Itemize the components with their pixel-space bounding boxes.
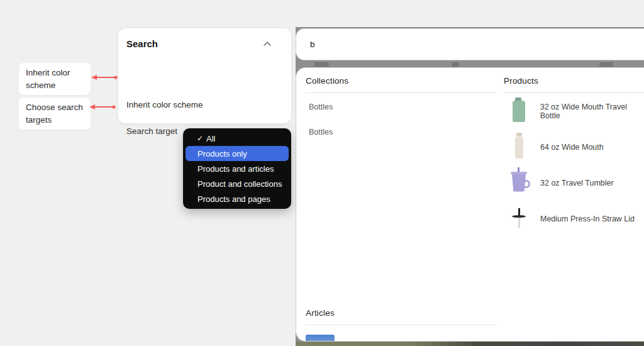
- results-left-column: Collections Bottles Bottles Articles 4 W…: [306, 68, 497, 342]
- product-title: 64 oz Wide Mouth: [540, 143, 604, 152]
- dimmed-nav-item: [314, 62, 329, 67]
- annotation-arrow-icon: [91, 74, 119, 81]
- dimmed-page-section: [296, 342, 644, 346]
- chevron-up-icon[interactable]: [263, 41, 272, 47]
- menu-item-products-only[interactable]: Products only: [186, 146, 289, 161]
- cream-bottle-thumbnail: [508, 132, 530, 162]
- panel-title: Search: [126, 38, 158, 49]
- product-result[interactable]: 64 oz Wide Mouth: [504, 129, 644, 165]
- dimmed-nav-item: [452, 62, 459, 67]
- article-thumbnail-image: [306, 335, 335, 342]
- product-title: 32 oz Travel Tumbler: [540, 179, 614, 187]
- product-result[interactable]: 32 oz Wide Mouth Travel Bottle: [504, 93, 644, 129]
- menu-item-product-and-collections[interactable]: Product and collections: [186, 176, 289, 191]
- search-target-label: Search target: [126, 126, 177, 136]
- search-target-dropdown-menu: ✓ All Products only Products and article…: [183, 128, 291, 209]
- purple-tumbler-thumbnail: [508, 168, 530, 198]
- straw-lid-thumbnail: [508, 204, 530, 234]
- product-result[interactable]: 32 oz Travel Tumbler: [504, 165, 644, 201]
- green-bottle-thumbnail: [508, 96, 530, 126]
- menu-item-products-and-pages[interactable]: Products and pages: [186, 191, 289, 206]
- menu-item-products-and-articles[interactable]: Products and articles: [186, 161, 289, 176]
- menu-item-label: All: [206, 134, 215, 143]
- menu-item-label: Products and articles: [197, 164, 274, 174]
- search-results-panel: Collections Bottles Bottles Articles 4 W…: [296, 67, 644, 342]
- search-input[interactable]: b: [296, 28, 644, 60]
- product-title: Medium Press-In Straw Lid: [540, 215, 635, 223]
- articles-heading: Articles: [306, 300, 497, 325]
- collections-heading: Collections: [306, 68, 497, 93]
- products-heading: Products: [504, 68, 644, 93]
- inherit-color-scheme-label: Inherit color scheme: [126, 100, 203, 109]
- product-result[interactable]: Medium Press-In Straw Lid: [504, 201, 644, 237]
- collection-result-bottles[interactable]: Bottles: [306, 93, 497, 118]
- search-input-value: b: [310, 40, 315, 49]
- dimmed-nav-item: [599, 62, 613, 67]
- menu-item-label: Products only: [197, 149, 247, 159]
- collection-result-bottles[interactable]: Bottles: [306, 118, 497, 143]
- product-title: 32 oz Wide Mouth Travel Bottle: [540, 103, 644, 120]
- check-icon: ✓: [197, 134, 206, 143]
- menu-item-all[interactable]: ✓ All: [186, 131, 289, 146]
- menu-item-label: Product and collections: [197, 179, 282, 189]
- storefront-preview: b Collections Bottles Bottles Articles 4…: [296, 27, 644, 346]
- results-right-column: Products 32 oz Wide Mouth Travel Bottle …: [504, 68, 644, 237]
- article-result[interactable]: 4 Ways to Personalize Your Hydro Flask B…: [306, 331, 497, 342]
- callout-inherit-color-scheme: Inherit color scheme: [19, 63, 91, 95]
- menu-item-label: Products and pages: [197, 194, 270, 204]
- search-settings-panel: Search Inherit color scheme Search targe…: [118, 28, 291, 123]
- callout-choose-search-targets: Choose search targets: [19, 98, 91, 130]
- annotation-arrow-icon: [89, 103, 117, 111]
